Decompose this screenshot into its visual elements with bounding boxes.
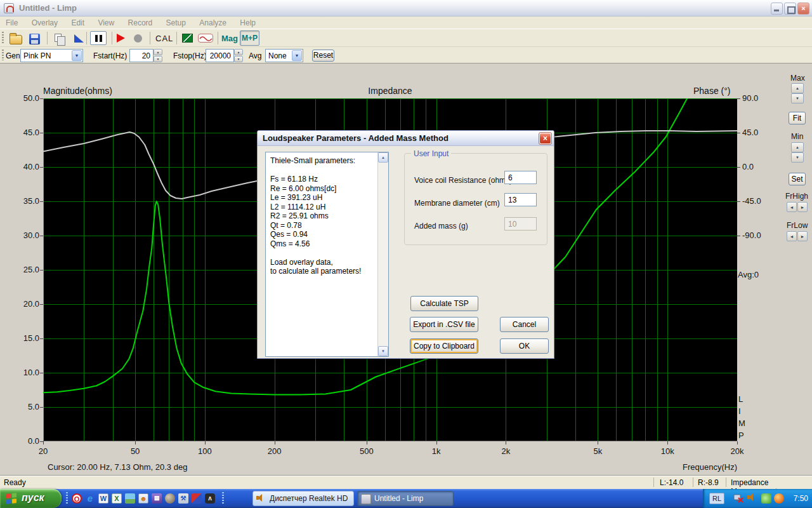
spin-up-icon[interactable]: ▲: [234, 49, 243, 55]
frhigh-left-button[interactable]: ◄: [787, 202, 797, 212]
frhigh-right-button[interactable]: ►: [797, 202, 808, 212]
chevron-down-icon[interactable]: ▼: [72, 50, 82, 61]
x-tick: 50: [119, 446, 151, 456]
network-disconnected-icon[interactable]: [733, 493, 743, 504]
edit-pen-icon[interactable]: [74, 34, 84, 43]
tools-icon[interactable]: ⚒: [178, 493, 188, 504]
volume-icon[interactable]: [747, 493, 756, 501]
spin-up-icon[interactable]: ▲: [154, 49, 162, 55]
magnitude-phase-view-button[interactable]: M+P: [240, 30, 259, 46]
fstart-input[interactable]: 20: [129, 49, 154, 62]
download-manager-icon[interactable]: [774, 493, 784, 504]
frlow-right-button[interactable]: ►: [797, 231, 808, 241]
fit-button[interactable]: Fit: [789, 112, 806, 124]
start-button[interactable]: пуск: [0, 489, 62, 508]
restore-button[interactable]: [784, 3, 796, 15]
signal-wave-icon[interactable]: [198, 34, 213, 43]
spin-down-icon[interactable]: ▼: [234, 56, 243, 62]
reset-button[interactable]: Reset: [312, 50, 334, 62]
chevron-down-icon[interactable]: ▼: [292, 50, 302, 61]
set-button[interactable]: Set: [789, 173, 806, 185]
frlow-left-button[interactable]: ◄: [787, 231, 797, 241]
menu-setup[interactable]: Setup: [160, 17, 192, 27]
cancel-button[interactable]: Cancel: [500, 317, 549, 332]
excel-icon[interactable]: X: [112, 493, 122, 504]
sine-wave-glyph: [199, 34, 214, 43]
taskbar-task-limp[interactable]: Untitled - Limp: [357, 491, 454, 506]
messenger-icon[interactable]: ☻: [138, 493, 148, 504]
voice-coil-resistance-input[interactable]: 6: [504, 171, 537, 184]
word-icon[interactable]: W: [98, 493, 108, 504]
menu-record[interactable]: Record: [122, 17, 159, 27]
averaging-select[interactable]: None ▼: [265, 49, 303, 62]
save-file-icon[interactable]: [29, 34, 40, 44]
fstart-spinner[interactable]: ▲ ▼: [154, 49, 162, 62]
min-down-button[interactable]: ▼: [791, 152, 804, 163]
membrane-diameter-input[interactable]: 13: [504, 193, 537, 206]
record-play-icon[interactable]: [117, 34, 125, 43]
spin-down-icon[interactable]: ▼: [154, 56, 162, 62]
menu-analyze[interactable]: Analyze: [193, 17, 232, 27]
avg-label: Avg: [249, 51, 261, 60]
scroll-up-icon[interactable]: ▲: [378, 152, 388, 163]
window-title: Untitled - Limp: [19, 3, 77, 13]
status-left-level: L:-14.0: [660, 478, 683, 487]
menu-file[interactable]: File: [0, 17, 23, 27]
media-icon[interactable]: [192, 493, 202, 504]
copy-icon[interactable]: [55, 34, 62, 42]
taskbar-task-realtek[interactable]: Диспетчер Realtek HD: [252, 491, 354, 506]
menu-view[interactable]: View: [92, 17, 120, 27]
max-down-button[interactable]: ▼: [791, 93, 804, 104]
calculate-tsp-button[interactable]: Calculate TSP: [410, 296, 478, 311]
scrollbar[interactable]: ▲ ▼: [377, 152, 388, 356]
overlay-icon[interactable]: [182, 34, 193, 43]
right-axis-title: Phase (°): [693, 86, 731, 96]
menu-help[interactable]: Help: [234, 17, 261, 27]
export-csv-button[interactable]: Export in .CSV file: [410, 317, 478, 332]
y-right-tick: -90.0: [742, 231, 761, 240]
pause-button[interactable]: [90, 31, 107, 45]
nvidia-icon[interactable]: [761, 493, 771, 504]
task-label: Untitled - Limp: [374, 494, 423, 503]
copy-to-clipboard-button[interactable]: Copy to Clipboard: [410, 338, 478, 354]
ok-button[interactable]: OK: [500, 338, 549, 354]
loudspeaker-parameters-dialog: Loudspeaker Parameters - Added Mass Meth…: [257, 130, 554, 359]
status-separator: [693, 478, 693, 487]
tick-mark: [40, 270, 43, 271]
scroll-down-icon[interactable]: ▼: [378, 346, 388, 356]
menu-edit[interactable]: Edit: [65, 17, 90, 27]
tick-mark: [43, 441, 44, 444]
image-viewer-icon[interactable]: [125, 493, 135, 504]
close-button[interactable]: ×: [797, 3, 809, 15]
tick-mark: [436, 441, 437, 444]
record-stop-icon[interactable]: [134, 34, 142, 43]
tick-mark: [40, 338, 43, 339]
min-up-button[interactable]: ▲: [791, 142, 804, 152]
internet-explorer-icon[interactable]: e: [85, 493, 95, 504]
voice-coil-resistance-label: Voice coil Resistance (ohms): [414, 176, 512, 185]
max-up-button[interactable]: ▲: [791, 83, 804, 93]
minimize-button[interactable]: [771, 3, 783, 15]
tick-mark: [40, 407, 43, 408]
magnitude-view-button[interactable]: Mag: [221, 34, 238, 43]
browser-globe-icon[interactable]: [165, 493, 175, 504]
dialog-close-button[interactable]: ×: [539, 133, 551, 144]
calibrate-button[interactable]: CAL: [155, 34, 173, 43]
y-left-tick: 25.0: [11, 265, 39, 274]
open-file-icon[interactable]: [10, 35, 22, 44]
fstop-spinner[interactable]: ▲ ▼: [234, 49, 243, 62]
language-indicator[interactable]: RL: [709, 493, 724, 504]
y-right-tick: 90.0: [742, 93, 758, 103]
dialog-title-bar[interactable]: Loudspeaker Parameters - Added Mass Meth…: [258, 131, 554, 146]
limp-app-icon: [361, 494, 371, 504]
notes-icon[interactable]: ▤: [152, 493, 162, 504]
frhigh-label: FrHigh: [785, 192, 808, 201]
x-tick: 500: [351, 446, 383, 456]
tsp-results-box[interactable]: Thiele-Small parameters: Fs = 61.18 Hz R…: [265, 152, 389, 357]
menu-overlay[interactable]: Overlay: [26, 17, 63, 27]
opera-icon[interactable]: O: [72, 493, 82, 504]
added-mass-input: 10: [504, 217, 537, 231]
generator-select[interactable]: Pink PN ▼: [20, 49, 83, 62]
fstop-input[interactable]: 20000: [206, 49, 234, 62]
winamp-icon[interactable]: ʌ: [205, 493, 215, 504]
